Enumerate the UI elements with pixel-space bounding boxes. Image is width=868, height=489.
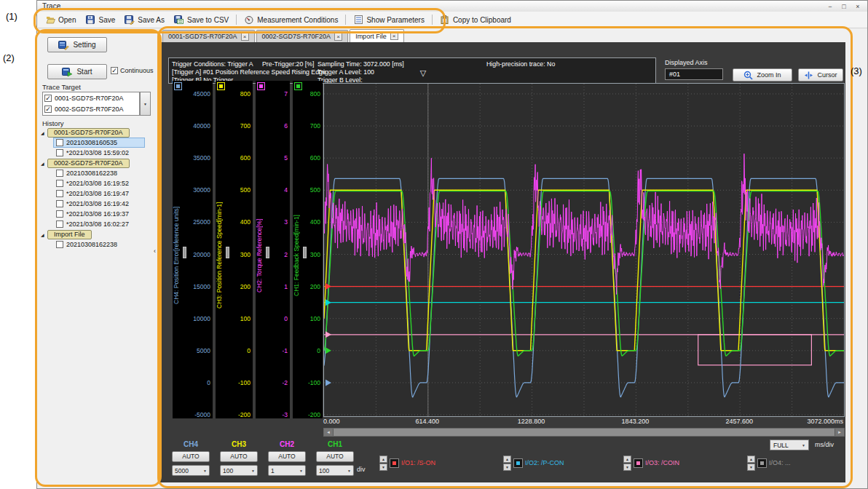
history-item[interactable]: *2021/03/08 15:59:02 (39, 148, 157, 158)
trace-target-checkbox[interactable]: ✓ (44, 106, 52, 113)
history-item[interactable]: 20210308162238 (39, 168, 157, 178)
scroll-thumb[interactable] (333, 429, 835, 436)
history-item-checkbox[interactable] (56, 241, 63, 248)
trace-target-item[interactable]: ✓0001-SGD7S-R70F20A (43, 92, 139, 103)
ch1-axis-icon[interactable] (294, 82, 302, 90)
arrow-up-button[interactable]: ▲ (503, 456, 511, 463)
history-item[interactable]: *2021/03/08 16:19:42 (39, 199, 157, 209)
history-item[interactable]: *2021/03/08 16:19:52 (39, 178, 157, 188)
history-group[interactable]: ◢Import File (39, 229, 157, 239)
io-label[interactable]: I/O2: /P-CON (525, 459, 564, 466)
displayed-axis-field[interactable]: #01 (665, 68, 723, 80)
arrow-down-button[interactable]: ▼ (379, 464, 387, 471)
trace-target-item[interactable]: ✓0002-SGD7S-R70F20A (43, 103, 139, 114)
tab-0002-sgd7s-r70f20a[interactable]: 0002-SGD7S-R70F20A× (256, 30, 349, 42)
history-item-checkbox[interactable] (56, 220, 63, 228)
channel-div-select[interactable]: 5000▼ (172, 465, 210, 476)
start-button[interactable]: Start (47, 64, 107, 79)
axis-tick-label: -1 (282, 347, 288, 354)
history-item[interactable]: *2021/03/08 16:19:37 (39, 209, 157, 219)
tree-expanded-icon[interactable]: ◢ (41, 130, 47, 135)
history-item-row[interactable]: *2021/03/08 16:19:52 (53, 178, 132, 188)
arrow-up-button[interactable]: ▲ (747, 456, 755, 463)
trace-target-checkbox[interactable]: ✓ (44, 95, 52, 102)
history-item-checkbox[interactable] (56, 180, 63, 187)
window-close-button[interactable]: × (853, 3, 862, 10)
tab-0001-sgd7s-r70f20a[interactable]: 0001-SGD7S-R70F20A× (162, 30, 255, 42)
arrow-down-button[interactable]: ▼ (503, 464, 511, 471)
history-item[interactable]: 20210308162238 (39, 239, 157, 250)
window-maximize-button[interactable]: □ (840, 3, 848, 10)
history-item-row[interactable]: *2021/03/08 16:19:42 (53, 199, 132, 209)
channel-div-select[interactable]: 100▼ (316, 465, 354, 476)
io-label[interactable]: I/O1: /S-ON (401, 459, 435, 466)
arrow-down-button[interactable]: ▼ (747, 464, 755, 471)
history-item-row[interactable]: 20210308162238 (53, 168, 120, 178)
axis-scroll-handle[interactable] (183, 247, 186, 258)
waveform-plot[interactable] (323, 83, 845, 417)
axis-scroll-handle[interactable] (266, 247, 269, 258)
axis-scroll-handle[interactable] (303, 247, 307, 258)
toolbar-measurement-conditions-button[interactable]: Measurement Conditions (240, 14, 342, 26)
cursor-button[interactable]: Cursor (798, 68, 843, 82)
toolbar-show-parameters-button[interactable]: Show Parameters (349, 14, 428, 26)
horizontal-scrollbar[interactable]: ◄ ► (323, 428, 845, 437)
continuous-option[interactable]: ✓ Continuous (111, 67, 154, 74)
arrow-up-button[interactable]: ▲ (379, 456, 387, 463)
tab-close-button[interactable]: × (390, 32, 398, 40)
history-item-row[interactable]: 20210308162238 (53, 239, 120, 250)
history-item[interactable]: 20210308160535 (39, 138, 157, 148)
channel-auto-button[interactable]: AUTO (316, 451, 354, 462)
history-item-checkbox[interactable] (56, 190, 63, 197)
trace-target-list[interactable]: ✓0001-SGD7S-R70F20A✓0002-SGD7S-R70F20A (42, 92, 140, 116)
title-bar[interactable]: Trace −□× (37, 1, 867, 12)
channel-div-select[interactable]: 100▼ (220, 465, 258, 476)
history-item-row[interactable]: 20210308160535 (53, 138, 145, 148)
channel-auto-button[interactable]: AUTO (172, 451, 210, 462)
toolbar-save-as-button[interactable]: Save As (120, 14, 169, 26)
trace-target-dropdown-button[interactable]: ▼ (140, 92, 151, 116)
tree-expanded-icon[interactable]: ◢ (41, 161, 47, 166)
ch3-axis-icon[interactable] (217, 82, 225, 90)
io-label[interactable]: I/O3: /COIN (645, 459, 679, 466)
history-item-row[interactable]: *2021/03/08 16:02:27 (53, 219, 132, 229)
window-minimize-button[interactable]: − (826, 3, 835, 10)
trigger-position-marker[interactable]: ▽ (417, 68, 429, 78)
sidebar-collapse-button[interactable]: ‹ (151, 245, 158, 257)
tab-import-file[interactable]: Import File× (350, 29, 404, 42)
history-item[interactable]: *2021/03/08 16:02:27 (39, 219, 157, 229)
scroll-left-button[interactable]: ◄ (324, 429, 333, 436)
tab-close-button[interactable]: × (334, 33, 342, 41)
history-item-checkbox[interactable] (56, 170, 63, 177)
range-select[interactable]: FULL ▼ (770, 440, 809, 450)
toolbar-save-to-csv-button[interactable]: Save to CSV (170, 14, 233, 26)
setting-button[interactable]: Setting (47, 37, 107, 52)
continuous-checkbox[interactable]: ✓ (111, 67, 118, 74)
toolbar-copy-to-clipboard-button[interactable]: Copy to Clipboard (435, 14, 516, 26)
ch4-axis-icon[interactable] (174, 82, 182, 90)
history-group[interactable]: ◢0002-SGD7S-R70F20A (39, 158, 157, 168)
history-item[interactable]: *2021/03/08 16:19:47 (39, 188, 157, 199)
scroll-right-button[interactable]: ► (835, 429, 844, 436)
history-item-row[interactable]: *2021/03/08 15:59:02 (53, 148, 132, 158)
history-item-checkbox[interactable] (56, 149, 63, 156)
channel-auto-button[interactable]: AUTO (220, 451, 258, 462)
arrow-up-button[interactable]: ▲ (623, 456, 631, 463)
history-item-checkbox[interactable] (56, 139, 63, 146)
history-item-checkbox[interactable] (56, 210, 63, 218)
channel-div-select[interactable]: 1▼ (268, 465, 306, 476)
channel-auto-button[interactable]: AUTO (268, 451, 306, 462)
toolbar-save-button[interactable]: Save (81, 14, 119, 26)
history-group[interactable]: ◢0001-SGD7S-R70F20A (39, 127, 157, 138)
history-item-checkbox[interactable] (56, 200, 63, 207)
arrow-down-button[interactable]: ▼ (623, 464, 631, 471)
tree-expanded-icon[interactable]: ◢ (41, 232, 47, 237)
history-item-row[interactable]: *2021/03/08 16:19:37 (53, 209, 132, 219)
zoom-in-button[interactable]: Zoom In (733, 68, 792, 82)
ch2-axis-icon[interactable] (257, 82, 265, 90)
toolbar-open-button[interactable]: Open (41, 14, 80, 26)
history-item-row[interactable]: *2021/03/08 16:19:47 (53, 188, 132, 199)
axis-scroll-handle[interactable] (226, 247, 229, 258)
io-label[interactable]: I/O4: ... (769, 459, 791, 466)
tab-close-button[interactable]: × (241, 33, 249, 41)
